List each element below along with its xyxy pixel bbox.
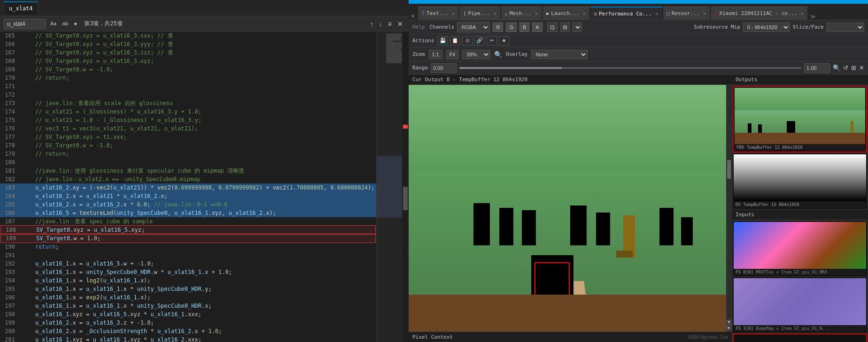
tab-perf-label: Performance Co... (599, 11, 652, 17)
range-search-btn[interactable]: 🔍 (833, 64, 840, 71)
viewport-scrollbar-thumb[interactable] (727, 160, 731, 179)
code-scroll-area[interactable]: 165 // SV_Target0.xyz = u_xlat16_3.xxx; … (0, 31, 402, 342)
zoom-icon-btn[interactable]: 🔍 (494, 51, 502, 58)
table-row: 192 u_xlat16_1.x = u_xlat16_5.w + -1.0; (0, 259, 376, 268)
zoom-row: Zoom 1:1 Fit 39% 🔍 Overlay None (409, 47, 868, 61)
channel-a-btn[interactable]: A (532, 23, 542, 32)
search-close-btn[interactable]: ✕ (395, 19, 405, 29)
action-3-btn[interactable]: ⊙ (462, 36, 473, 46)
tab-launch-close[interactable]: ✕ (583, 11, 586, 16)
right-panel: ✕ T Text... ✕ | Pipe... ✕ △ Mesh... ✕ ▶ … (409, 0, 868, 342)
tab-mesh-close[interactable]: ✕ (535, 11, 538, 16)
scroll-right-btn[interactable]: ▶ (726, 325, 732, 331)
outputs-section: Outputs FB (732, 75, 868, 210)
copy-action-btn[interactable]: 📋 (450, 36, 460, 46)
inputs-label: Inputs (736, 212, 754, 218)
channel-extra-select[interactable]: ▼ (573, 23, 582, 32)
table-row: 194 u_xlat16_1.x = log2(u_xlat16_1.x); (0, 276, 376, 285)
fs0-label: FS 0[0] MRATTex = Item GT_qiu_01_MRA (734, 269, 866, 275)
range-fit-btn[interactable]: ⊞ (851, 64, 856, 71)
table-row: 177 // SV_Target0.xyz = t1.xxx; (0, 133, 376, 141)
scrollbar-thumb[interactable] (403, 187, 408, 210)
tab-mesh[interactable]: △ Mesh... ✕ (501, 7, 542, 20)
ds-thumb-item[interactable]: DS TempBuffer 12 864x1920 (733, 153, 867, 209)
tab-perf-close[interactable]: ✕ (656, 11, 659, 16)
tab-res-close[interactable]: ✕ (703, 11, 706, 16)
table-row: 171 (0, 82, 376, 91)
action-5-btn[interactable]: ✏ (487, 36, 497, 46)
search-word-btn[interactable]: ab (61, 21, 70, 27)
overlay-select[interactable]: None (531, 50, 588, 59)
right-tabs-bar: ✕ T Text... ✕ | Pipe... ✕ △ Mesh... ✕ ▶ … (409, 4, 868, 20)
zoom-select[interactable]: 39% (462, 50, 490, 59)
editor-tab[interactable]: u_xlat4 (4, 1, 38, 15)
black-rect-4 (570, 205, 587, 245)
ds-label: DS TempBuffer 12 864x1920 (734, 201, 866, 208)
table-row: 186 u_xlat16_5 = textureLod(unity_SpecCu… (0, 209, 376, 217)
viewport-image[interactable]: ▼ ▶ (409, 85, 732, 332)
action-4-btn[interactable]: 🔗 (474, 36, 485, 46)
fs2-thumb-item[interactable]: FS 2[0] unity_SpecCube0 = UnityBlackCube… (733, 334, 867, 342)
action-6-btn[interactable]: ★ (499, 36, 509, 46)
tab-text-close[interactable]: ✕ (452, 11, 455, 16)
slice-select[interactable] (827, 23, 864, 32)
search-case-btn[interactable]: Aa (49, 21, 58, 27)
range-min-input[interactable] (431, 63, 457, 73)
save-action-btn[interactable]: 💾 (438, 36, 448, 46)
search-input[interactable] (4, 19, 46, 29)
fs1-thumb-item[interactable]: FS 1[0] BumpMap = Item GT_qiu_01_N... (733, 277, 867, 333)
range-max-input[interactable] (804, 63, 830, 73)
channel-b-btn[interactable]: B (519, 23, 529, 32)
tab-text[interactable]: T Text... ✕ (418, 7, 458, 20)
tab-launch[interactable]: ▶ Launch... ✕ (542, 7, 589, 20)
grid-btn[interactable]: ⊞ (560, 23, 570, 32)
mip-select[interactable]: 0 - 864x1920 (743, 23, 790, 32)
zoom-fit-btn[interactable]: Fit (446, 50, 458, 59)
tab-xiaomi-close[interactable]: ✕ (801, 11, 804, 16)
scrollbar-track[interactable] (402, 31, 409, 342)
tab-xiaomi[interactable]: ✦ Xiaomi 22041211AC - co... ✕ (711, 7, 807, 20)
tab-pipe[interactable]: | Pipe... ✕ (459, 7, 500, 20)
channel-r-btn[interactable]: R (493, 23, 503, 32)
search-regex-btn[interactable]: ✱ (73, 21, 79, 27)
search-prev-btn[interactable]: ↑ (368, 19, 375, 29)
fs0-sub-label: MRATTex = Item GT_qiu_01_MRA (756, 270, 827, 274)
tab-performance[interactable]: ⊞ Performance Co... ✕ (590, 7, 662, 20)
editor-tab-bar: u_xlat4 (0, 0, 409, 16)
fbo-tower (851, 121, 853, 132)
black-rect-1 (473, 203, 490, 245)
black-rect-3 (522, 210, 536, 245)
range-reset-btn[interactable]: ↺ (843, 64, 848, 71)
channel-g-btn[interactable]: G (506, 23, 517, 32)
tab-resource[interactable]: □ Resour... ✕ (663, 7, 710, 20)
fs0-image (734, 222, 866, 269)
range-close-btn[interactable]: ✕ (859, 64, 864, 71)
zoom-label: Zoom (412, 51, 425, 57)
table-row: 176 // vec3 t1 = vec3(u_xlat21, u_xlat21… (0, 124, 376, 133)
tab-pipe-close[interactable]: ✕ (494, 11, 496, 16)
panel-close-btn[interactable]: ✕ (411, 13, 415, 20)
scroll-down-btn[interactable]: ▼ (726, 319, 732, 325)
viewport-scrollbar[interactable]: ▼ ▶ (726, 85, 732, 332)
search-next-btn[interactable]: ↓ (377, 19, 384, 29)
tab-launch-icon: ▶ (546, 11, 549, 16)
table-row: 200 u_xlat16_2.x = _OcclusionStrength * … (0, 327, 376, 335)
tab-pipe-label: Pipe... (468, 10, 489, 16)
tabs-overflow-btn[interactable]: ≫ (810, 14, 816, 20)
channels-select[interactable]: RGBA (457, 22, 490, 32)
zoom-1-1-btn[interactable]: 1:1 (429, 50, 442, 59)
actions-label: Actions (412, 38, 434, 44)
fs0-thumb-item[interactable]: FS 0[0] MRATTex = Item GT_qiu_01_MRA (733, 221, 867, 276)
table-row: 174 // u_xlat21 = (_Glossiness) * u_xlat… (0, 107, 376, 116)
fbo-thumb-item[interactable]: FBO TempBuffer 12 864x1920 (733, 86, 867, 152)
code-content: 165 // SV_Target0.xyz = u_xlat16_3.xxx; … (0, 31, 409, 342)
black-rect-6 (659, 208, 674, 245)
color-wheel-btn[interactable]: ⊙ (547, 23, 558, 32)
table-row: 201 u_xlat16_1.xyz = u_xlat16_1.xyz * u_… (0, 335, 376, 342)
table-row: 182 // jave.lin：u_xlat2.x == -unity_Spec… (0, 175, 376, 183)
range-bar[interactable] (459, 67, 801, 69)
tab-perf-icon: ⊞ (594, 11, 597, 16)
scene-tower-top (616, 251, 633, 258)
scene-ground (409, 295, 732, 332)
search-all-btn[interactable]: ≡ (386, 19, 394, 29)
